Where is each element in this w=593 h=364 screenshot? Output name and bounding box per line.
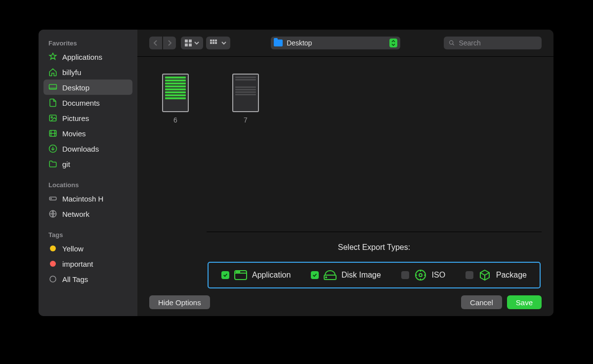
document-icon bbox=[48, 98, 57, 107]
tag-dot-icon bbox=[48, 244, 57, 253]
sidebar-item-pictures[interactable]: Pictures bbox=[43, 110, 132, 125]
movies-icon bbox=[48, 129, 57, 138]
sidebar-item-movies[interactable]: Movies bbox=[43, 125, 132, 141]
chevron-left-icon bbox=[153, 40, 158, 46]
sidebar-item-documents[interactable]: Documents bbox=[43, 95, 132, 110]
nav-back-button[interactable] bbox=[149, 37, 162, 49]
sidebar-item-label: Movies bbox=[62, 129, 86, 138]
svg-rect-19 bbox=[215, 40, 217, 41]
sidebar-item-git[interactable]: git bbox=[43, 156, 132, 171]
sidebar-item-applications[interactable]: Applications bbox=[43, 49, 132, 64]
check-icon bbox=[312, 273, 317, 278]
export-types-box: Application Disk Image ISO bbox=[208, 262, 541, 288]
grid-group-icon bbox=[210, 40, 219, 46]
sidebar-item-network[interactable]: Network bbox=[43, 206, 132, 221]
iso-icon bbox=[414, 269, 427, 282]
folder-icon bbox=[48, 160, 57, 168]
cancel-button[interactable]: Cancel bbox=[461, 295, 502, 309]
package-icon bbox=[478, 269, 491, 282]
sidebar-item-downloads[interactable]: Downloads bbox=[43, 141, 132, 156]
search-input[interactable] bbox=[459, 39, 537, 47]
svg-point-28 bbox=[238, 272, 239, 273]
network-icon bbox=[48, 209, 57, 218]
export-options-title: Select Export Types: bbox=[207, 243, 542, 252]
sidebar-item-label: Network bbox=[62, 210, 89, 218]
export-type-label: Package bbox=[496, 271, 527, 280]
nav-forward-button[interactable] bbox=[163, 37, 176, 49]
file-thumbnail bbox=[162, 74, 189, 112]
svg-rect-0 bbox=[49, 84, 57, 89]
check-icon bbox=[223, 273, 228, 278]
location-stepper[interactable] bbox=[389, 39, 397, 47]
export-type-package[interactable]: Package bbox=[466, 269, 527, 282]
checkbox-diskimage[interactable] bbox=[311, 271, 319, 279]
svg-rect-14 bbox=[189, 40, 192, 42]
sidebar-tag-yellow[interactable]: Yellow bbox=[43, 241, 132, 256]
group-button[interactable] bbox=[206, 37, 230, 49]
applications-icon bbox=[48, 52, 57, 61]
file-item[interactable]: 6 bbox=[153, 74, 198, 124]
chevron-down-icon bbox=[391, 43, 395, 46]
all-tags-icon bbox=[48, 275, 57, 283]
svg-rect-17 bbox=[210, 40, 212, 41]
search-field[interactable] bbox=[444, 37, 542, 49]
sidebar-item-label: Macintosh H bbox=[62, 195, 103, 203]
nav-buttons bbox=[149, 37, 176, 49]
grid-icon bbox=[185, 40, 192, 46]
svg-rect-21 bbox=[212, 42, 214, 44]
sidebar-item-desktop[interactable]: Desktop bbox=[43, 80, 132, 95]
svg-rect-16 bbox=[189, 43, 192, 46]
sidebar-item-label: Yellow bbox=[62, 244, 84, 253]
location-picker[interactable]: Desktop bbox=[271, 37, 400, 49]
search-icon bbox=[449, 40, 455, 46]
sidebar-tag-important[interactable]: important bbox=[43, 256, 132, 271]
toolbar: Desktop bbox=[137, 30, 553, 57]
chevron-down-icon bbox=[194, 41, 199, 45]
save-dialog: Favorites Applications billyfu Desktop D… bbox=[39, 30, 553, 316]
svg-rect-18 bbox=[212, 40, 214, 41]
save-button[interactable]: Save bbox=[507, 295, 542, 309]
sidebar-item-label: git bbox=[62, 160, 70, 168]
sidebar-item-label: Documents bbox=[62, 99, 100, 107]
checkbox-package[interactable] bbox=[466, 271, 473, 279]
export-type-label: Application bbox=[252, 271, 291, 280]
location-label: Desktop bbox=[287, 39, 385, 47]
svg-rect-22 bbox=[215, 42, 217, 44]
checkbox-application[interactable] bbox=[221, 271, 229, 279]
sidebar-item-label: Desktop bbox=[62, 83, 89, 92]
section-favorites-label: Favorites bbox=[43, 37, 132, 49]
svg-line-24 bbox=[453, 44, 454, 45]
export-type-application[interactable]: Application bbox=[221, 269, 291, 282]
view-icons-button[interactable] bbox=[181, 37, 203, 49]
tag-dot-icon bbox=[48, 259, 57, 268]
sidebar-item-label: Applications bbox=[62, 53, 102, 61]
hide-options-button[interactable]: Hide Options bbox=[149, 295, 210, 309]
view-controls bbox=[181, 37, 230, 49]
svg-rect-15 bbox=[185, 43, 188, 46]
sidebar-all-tags[interactable]: All Tags bbox=[43, 271, 132, 286]
svg-rect-13 bbox=[185, 40, 188, 42]
checkbox-iso[interactable] bbox=[401, 271, 409, 279]
svg-point-12 bbox=[50, 276, 56, 282]
section-tags-label: Tags bbox=[43, 228, 132, 241]
sidebar-item-label: All Tags bbox=[62, 275, 88, 283]
chevron-right-icon bbox=[167, 40, 172, 46]
svg-point-10 bbox=[51, 198, 52, 199]
export-type-iso[interactable]: ISO bbox=[401, 269, 446, 282]
svg-point-29 bbox=[239, 272, 240, 273]
pictures-icon bbox=[48, 114, 57, 122]
sidebar-item-macintosh-hd[interactable]: Macintosh H bbox=[43, 191, 132, 206]
chevron-down-icon bbox=[221, 41, 226, 45]
export-type-diskimage[interactable]: Disk Image bbox=[311, 269, 381, 282]
desktop-icon bbox=[48, 83, 57, 92]
sidebar-item-billyfu[interactable]: billyfu bbox=[43, 64, 132, 80]
section-locations-label: Locations bbox=[43, 178, 132, 191]
svg-point-23 bbox=[450, 40, 453, 44]
svg-rect-20 bbox=[210, 42, 212, 44]
sidebar-item-label: important bbox=[62, 260, 93, 268]
svg-point-3 bbox=[51, 117, 52, 118]
sidebar-item-label: Pictures bbox=[62, 114, 89, 122]
home-icon bbox=[48, 68, 57, 77]
file-item[interactable]: 7 bbox=[223, 74, 268, 124]
export-type-label: ISO bbox=[432, 271, 446, 280]
